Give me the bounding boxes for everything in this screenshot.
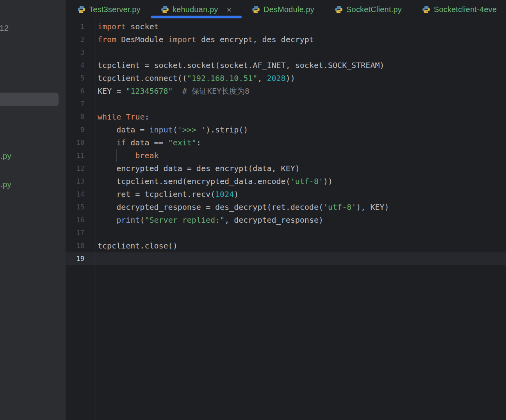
- code-text: ret = tcpclient.recv(1024): [98, 188, 239, 201]
- code-editor[interactable]: 1import socket2from DesModule import des…: [66, 19, 506, 420]
- code-text: data = input('>>> ').strip(): [98, 123, 248, 136]
- python-icon: [161, 5, 169, 14]
- code-line[interactable]: 15 decrypted_response = des_decrypt(ret.…: [66, 201, 506, 214]
- tab-socketclient-4eve[interactable]: Socketclient-4eve: [412, 0, 506, 19]
- project-sidebar: \12 .py .py: [0, 0, 66, 420]
- line-number[interactable]: 14: [66, 188, 84, 201]
- sidebar-file-item[interactable]: .py: [0, 180, 11, 189]
- line-number[interactable]: 18: [66, 239, 84, 252]
- code-line[interactable]: 11 break: [66, 149, 506, 162]
- python-icon: [422, 5, 430, 14]
- code-line[interactable]: 16 print("Server replied:", decrypted_re…: [66, 214, 506, 227]
- line-number[interactable]: 10: [66, 136, 84, 149]
- line-number[interactable]: 6: [66, 85, 84, 98]
- line-number[interactable]: 9: [66, 123, 84, 136]
- tab-test3server-py[interactable]: Test3server.py: [67, 0, 151, 19]
- line-number[interactable]: 15: [66, 201, 84, 214]
- code-line[interactable]: 13 tcpclient.send(encrypted_data.encode(…: [66, 175, 506, 188]
- code-line[interactable]: 10 if data == "exit":: [66, 136, 506, 149]
- code-text: tcpclient = socket.socket(socket.AF_INET…: [98, 59, 385, 72]
- line-number[interactable]: 4: [66, 59, 84, 72]
- tab-label: Socketclient-4eve: [434, 5, 497, 14]
- code-text: break: [98, 149, 159, 162]
- code-text: while True:: [98, 111, 149, 123]
- sidebar-file-item[interactable]: .py: [0, 151, 11, 161]
- sidebar-text-fragment: \12: [0, 23, 9, 33]
- line-number[interactable]: 16: [66, 214, 84, 227]
- code-line[interactable]: 5tcpclient.connect(("192.168.10.51", 202…: [66, 72, 506, 85]
- python-icon: [77, 5, 86, 14]
- tab-label: DesModule.py: [264, 5, 314, 14]
- code-line[interactable]: 8while True:: [66, 111, 506, 123]
- code-line[interactable]: 17: [66, 227, 506, 239]
- line-number[interactable]: 19: [66, 252, 84, 265]
- code-text: print("Server replied:", decrypted_respo…: [98, 214, 323, 227]
- active-tab-underline: [151, 16, 242, 18]
- code-text: decrypted_response = des_decrypt(ret.dec…: [98, 201, 389, 214]
- line-number[interactable]: 17: [66, 227, 84, 239]
- line-number[interactable]: 11: [66, 149, 84, 162]
- code-text: KEY = "12345678" # 保证KEY长度为8: [98, 85, 249, 98]
- tab-socketclient-py[interactable]: SocketClient.py: [324, 0, 412, 19]
- code-text: tcpclient.close(): [98, 239, 178, 252]
- code-text: tcpclient.connect(("192.168.10.51", 2028…: [98, 72, 295, 85]
- tab-kehuduan-py[interactable]: kehuduan.py×: [151, 0, 242, 19]
- line-number[interactable]: 2: [66, 33, 84, 46]
- line-number[interactable]: 12: [66, 162, 84, 175]
- python-icon: [252, 5, 260, 14]
- tab-desmodule-py[interactable]: DesModule.py: [242, 0, 324, 19]
- line-number[interactable]: 8: [66, 111, 84, 123]
- tab-close-icon[interactable]: ×: [227, 5, 232, 14]
- code-line[interactable]: 14 ret = tcpclient.recv(1024): [66, 188, 506, 201]
- line-number[interactable]: 3: [66, 46, 84, 59]
- editor-tab-bar: Test3server.py kehuduan.py× DesModule.py…: [66, 0, 506, 19]
- code-text: if data == "exit":: [98, 136, 201, 149]
- code-rows: 1import socket2from DesModule import des…: [66, 20, 506, 265]
- code-line[interactable]: 2from DesModule import des_encrypt, des_…: [66, 33, 506, 46]
- line-number[interactable]: 5: [66, 72, 84, 85]
- ide-window: \12 .py .py Test3server.py kehuduan.py× …: [0, 0, 506, 420]
- code-line[interactable]: 18tcpclient.close(): [66, 239, 506, 252]
- code-line[interactable]: 1import socket: [66, 20, 506, 33]
- code-line[interactable]: 12 encrypted_data = des_encrypt(data, KE…: [66, 162, 506, 175]
- code-line[interactable]: 6KEY = "12345678" # 保证KEY长度为8: [66, 85, 506, 98]
- sidebar-selected-row[interactable]: [0, 93, 59, 106]
- line-number[interactable]: 13: [66, 175, 84, 188]
- code-line[interactable]: 4tcpclient = socket.socket(socket.AF_INE…: [66, 59, 506, 72]
- tab-label: Test3server.py: [89, 5, 141, 14]
- code-text: import socket: [98, 20, 159, 33]
- code-line[interactable]: 7: [66, 98, 506, 111]
- code-text: tcpclient.send(encrypted_data.encode('ut…: [98, 175, 333, 188]
- code-text: encrypted_data = des_encrypt(data, KEY): [98, 162, 300, 175]
- line-number[interactable]: 7: [66, 98, 84, 111]
- python-icon: [335, 5, 343, 14]
- code-text: from DesModule import des_encrypt, des_d…: [98, 33, 314, 46]
- code-line[interactable]: 19: [66, 252, 506, 265]
- code-line[interactable]: 3: [66, 46, 506, 59]
- tab-label: SocketClient.py: [346, 5, 402, 14]
- line-number[interactable]: 1: [66, 20, 84, 33]
- tab-label: kehuduan.py: [173, 5, 218, 14]
- code-line[interactable]: 9 data = input('>>> ').strip(): [66, 123, 506, 136]
